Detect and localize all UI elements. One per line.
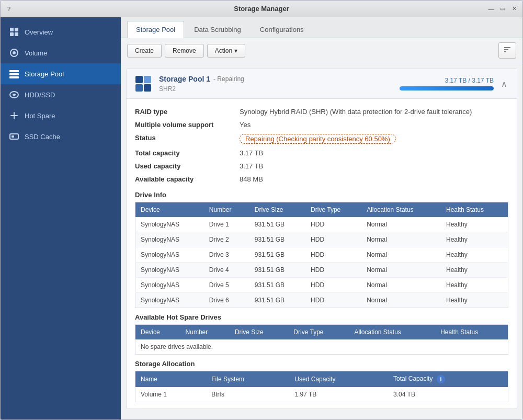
drive-row-3: SynologyNAS Drive 3 931.51 GB HDD Normal… xyxy=(135,247,508,263)
svg-rect-0 xyxy=(10,28,14,31)
avail-cap-row: Available capacity 848 MB xyxy=(135,173,508,186)
drive-cell-size: 931.51 GB xyxy=(249,232,305,247)
drive-row-2: SynologyNAS Drive 2 931.51 GB HDD Normal… xyxy=(135,232,508,247)
drive-cell-type: HDD xyxy=(305,263,361,278)
maximize-button[interactable]: ▭ xyxy=(498,5,507,13)
drive-cell-alloc: Normal xyxy=(361,232,441,247)
drive-cell-number: Drive 1 xyxy=(204,217,249,232)
collapse-button[interactable]: ∧ xyxy=(499,79,509,89)
close-button[interactable]: ✕ xyxy=(510,5,518,13)
drive-row-4: SynologyNAS Drive 4 931.51 GB HDD Normal… xyxy=(135,263,508,278)
drive-cell-number: Drive 6 xyxy=(204,293,249,308)
drive-cell-device: SynologyNAS xyxy=(135,217,204,232)
volume-row-1: Volume 1 Btrfs 1.97 TB 3.04 TB xyxy=(135,387,508,402)
ssd-icon xyxy=(9,131,19,142)
pool-status-label: - Repairing xyxy=(213,75,244,83)
main-content: Storage Pool Data Scrubbing Configuratio… xyxy=(121,17,522,419)
drive-header-alloc: Allocation Status xyxy=(361,202,441,218)
hot-spare-body: No spare drives available. xyxy=(135,339,508,355)
action-arrow-icon: ▾ xyxy=(234,47,237,54)
drive-cell-size: 931.51 GB xyxy=(249,293,305,308)
sidebar-item-hot-spare[interactable]: Hot Spare xyxy=(1,105,121,126)
disk-icon xyxy=(9,89,19,100)
pool-card: Storage Pool 1 - Repairing SHR2 3.17 TB … xyxy=(126,69,517,409)
sidebar-ssdcache-label: SSD Cache xyxy=(25,133,60,141)
sidebar-overview-label: Overview xyxy=(25,28,53,36)
drive-table-body: SynologyNAS Drive 1 931.51 GB HDD Normal… xyxy=(135,217,508,308)
drive-cell-number: Drive 2 xyxy=(204,232,249,247)
minimize-button[interactable]: — xyxy=(487,5,495,13)
sidebar-item-volume[interactable]: Volume xyxy=(1,42,121,63)
alloc-header-total: Total Capacity i xyxy=(388,371,508,388)
sidebar-hotspare-label: Hot Spare xyxy=(25,112,55,120)
drive-row-1: SynologyNAS Drive 1 931.51 GB HDD Normal… xyxy=(135,217,508,232)
raid-type-row: RAID type Synology Hybrid RAID (SHR) (Wi… xyxy=(135,105,508,118)
remove-button[interactable]: Remove xyxy=(165,44,204,58)
pool-title-area: Storage Pool 1 - Repairing SHR2 xyxy=(159,75,400,93)
hot-spare-title: Available Hot Spare Drives xyxy=(135,308,508,324)
plus-icon xyxy=(9,110,19,121)
drive-cell-number: Drive 5 xyxy=(204,278,249,293)
alloc-table-body: Volume 1 Btrfs 1.97 TB 3.04 TB xyxy=(135,387,508,402)
grid-icon xyxy=(9,27,19,37)
create-button[interactable]: Create xyxy=(127,44,162,58)
status-field-label: Status xyxy=(135,134,240,144)
pool-header[interactable]: Storage Pool 1 - Repairing SHR2 3.17 TB … xyxy=(127,69,517,99)
alloc-header-name: Name xyxy=(135,371,207,388)
info-icon: i xyxy=(437,375,445,383)
total-cap-row: Total capacity 3.17 TB xyxy=(135,146,508,160)
title-bar: ? Storage Manager — ▭ ✕ xyxy=(1,1,522,17)
drive-row-5: SynologyNAS Drive 5 931.51 GB HDD Normal… xyxy=(135,278,508,293)
drive-cell-number: Drive 4 xyxy=(204,263,249,278)
tab-storage-pool[interactable]: Storage Pool xyxy=(127,21,184,38)
svg-point-10 xyxy=(13,94,16,96)
status-repairing-badge: Repairing (Checking parity consistency 6… xyxy=(240,134,396,144)
multi-vol-value: Yes xyxy=(240,121,508,129)
drive-cell-number: Drive 3 xyxy=(204,247,249,263)
sidebar-item-hdd-ssd[interactable]: HDD/SSD xyxy=(1,84,121,105)
alloc-header-row: Name File System Used Capacity Total Cap… xyxy=(135,371,508,388)
sidebar-hdd-label: HDD/SSD xyxy=(25,91,55,99)
hs-header-health: Health Status xyxy=(435,325,508,340)
action-button[interactable]: Action ▾ xyxy=(207,44,245,58)
no-spare-row: No spare drives available. xyxy=(135,339,508,355)
drive-cell-type: HDD xyxy=(305,278,361,293)
tab-configurations[interactable]: Configurations xyxy=(251,21,313,38)
drive-cell-alloc: Normal xyxy=(361,247,441,263)
storage-alloc-table: Name File System Used Capacity Total Cap… xyxy=(135,371,508,402)
pool-capacity-text: 3.17 TB / 3.17 TB xyxy=(400,77,494,84)
drive-cell-size: 931.51 GB xyxy=(249,247,305,263)
drive-cell-health: Healthy xyxy=(441,247,508,263)
svg-rect-1 xyxy=(15,28,18,31)
vol-cell-fs: Btrfs xyxy=(206,387,289,402)
svg-rect-6 xyxy=(9,70,19,72)
svg-point-5 xyxy=(13,51,16,54)
multi-vol-row: Multiple volume support Yes xyxy=(135,118,508,131)
multi-vol-label: Multiple volume support xyxy=(135,121,240,129)
pool-subtitle: SHR2 xyxy=(159,85,400,93)
drive-cell-alloc: Normal xyxy=(361,217,441,232)
alloc-header-fs: File System xyxy=(206,371,289,388)
drive-cell-device: SynologyNAS xyxy=(135,247,204,263)
sort-button[interactable] xyxy=(498,42,516,59)
svg-rect-12 xyxy=(10,115,18,116)
used-cap-row: Used capacity 3.17 TB xyxy=(135,160,508,173)
tabs-bar: Storage Pool Data Scrubbing Configuratio… xyxy=(121,17,522,38)
drive-cell-type: HDD xyxy=(305,293,361,308)
help-button[interactable]: ? xyxy=(5,5,13,13)
sidebar-item-overview[interactable]: Overview xyxy=(1,21,121,42)
tab-data-scrubbing[interactable]: Data Scrubbing xyxy=(185,21,250,38)
sidebar-item-storage-pool[interactable]: Storage Pool xyxy=(1,63,121,84)
drive-cell-device: SynologyNAS xyxy=(135,293,204,308)
pool-name: Storage Pool 1 xyxy=(159,75,210,83)
drive-row-6: SynologyNAS Drive 6 931.51 GB HDD Normal… xyxy=(135,293,508,308)
app-window: ? Storage Manager — ▭ ✕ Overview xyxy=(0,0,523,420)
sidebar-item-ssd-cache[interactable]: SSD Cache xyxy=(1,126,121,147)
avail-cap-label: Available capacity xyxy=(135,175,240,183)
sidebar-volume-label: Volume xyxy=(25,49,47,57)
used-cap-value: 3.17 TB xyxy=(240,162,508,170)
total-cap-label: Total capacity xyxy=(135,149,240,157)
svg-rect-14 xyxy=(12,135,14,138)
drive-cell-health: Healthy xyxy=(441,217,508,232)
drive-header-device: Device xyxy=(135,202,204,218)
